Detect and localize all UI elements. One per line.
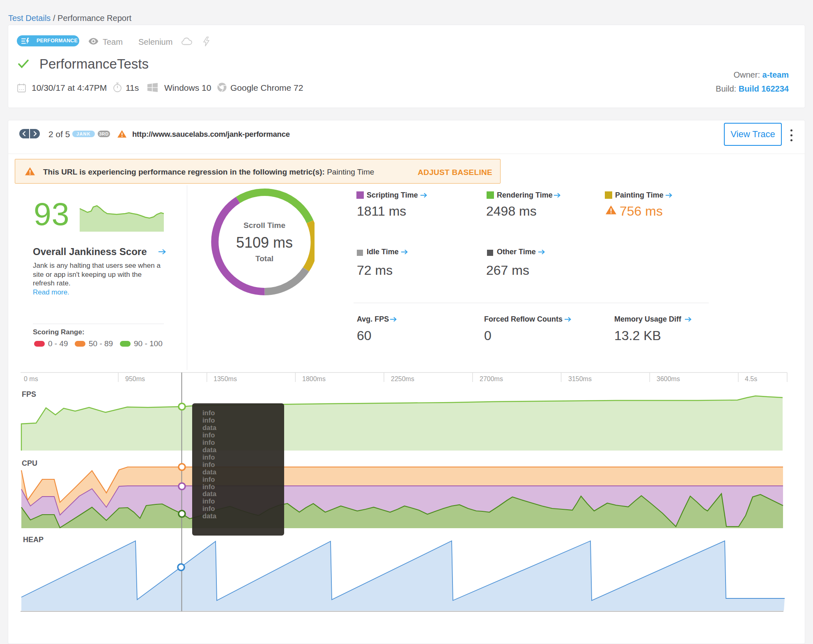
svg-text:2250ms: 2250ms [391, 375, 414, 382]
svg-text:3150ms: 3150ms [568, 375, 592, 382]
svg-text:1350ms: 1350ms [214, 375, 237, 382]
svg-text:FPS: FPS [22, 390, 36, 398]
svg-text:HEAP: HEAP [23, 536, 44, 544]
svg-text:0 ms: 0 ms [24, 375, 38, 382]
svg-text:4.5s: 4.5s [745, 375, 757, 382]
svg-text:1800ms: 1800ms [302, 375, 326, 382]
svg-text:CPU: CPU [22, 459, 37, 467]
svg-text:2700ms: 2700ms [480, 375, 503, 382]
svg-text:3600ms: 3600ms [657, 375, 680, 382]
svg-text:950ms: 950ms [125, 375, 145, 382]
